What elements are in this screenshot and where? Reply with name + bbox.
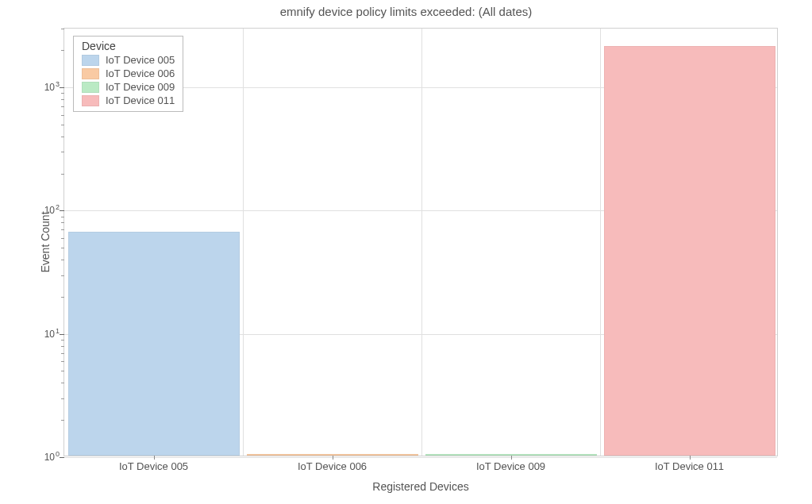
y-tick-label: 102 (44, 205, 60, 216)
bar (604, 46, 775, 456)
legend-item: IoT Device 011 (82, 94, 175, 106)
legend-item: IoT Device 006 (82, 67, 175, 79)
legend-item: IoT Device 005 (82, 54, 175, 66)
legend-label: IoT Device 011 (106, 94, 175, 106)
legend-label: IoT Device 009 (106, 81, 175, 93)
y-tick-label: 101 (44, 329, 60, 340)
chart-title: emnify device policy limits exceeded: (A… (0, 5, 812, 18)
chart-container: emnify device policy limits exceeded: (A… (0, 0, 812, 504)
legend-swatch (82, 82, 99, 93)
legend: Device IoT Device 005IoT Device 006IoT D… (73, 36, 183, 112)
x-tick-label: IoT Device 009 (476, 460, 545, 472)
y-tick-label: 103 (44, 82, 60, 93)
legend-title: Device (82, 40, 175, 52)
legend-swatch (82, 55, 99, 66)
legend-label: IoT Device 005 (106, 54, 175, 66)
legend-label: IoT Device 006 (106, 67, 175, 79)
legend-item: IoT Device 009 (82, 81, 175, 93)
y-axis-label: Event Count (39, 211, 52, 272)
x-axis-label: Registered Devices (63, 480, 778, 493)
bar (68, 232, 240, 456)
x-tick-label: IoT Device 006 (298, 460, 367, 472)
y-tick-label: 100 (44, 452, 60, 463)
x-tick-label: IoT Device 005 (119, 460, 188, 472)
legend-swatch (82, 95, 99, 106)
legend-swatch (82, 68, 99, 79)
x-tick-label: IoT Device 011 (655, 460, 724, 472)
